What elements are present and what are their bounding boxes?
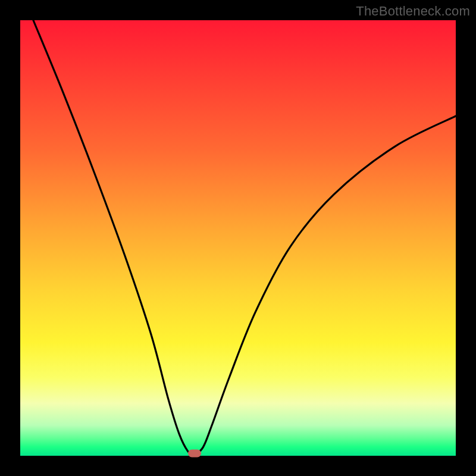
plot-area xyxy=(20,20,456,456)
watermark-text: TheBottleneck.com xyxy=(356,4,470,19)
chart-frame: TheBottleneck.com xyxy=(0,0,476,476)
bottleneck-curve-right xyxy=(195,116,456,456)
curve-layer xyxy=(20,20,456,456)
bottleneck-curve-left xyxy=(33,20,195,456)
min-marker xyxy=(188,450,201,458)
